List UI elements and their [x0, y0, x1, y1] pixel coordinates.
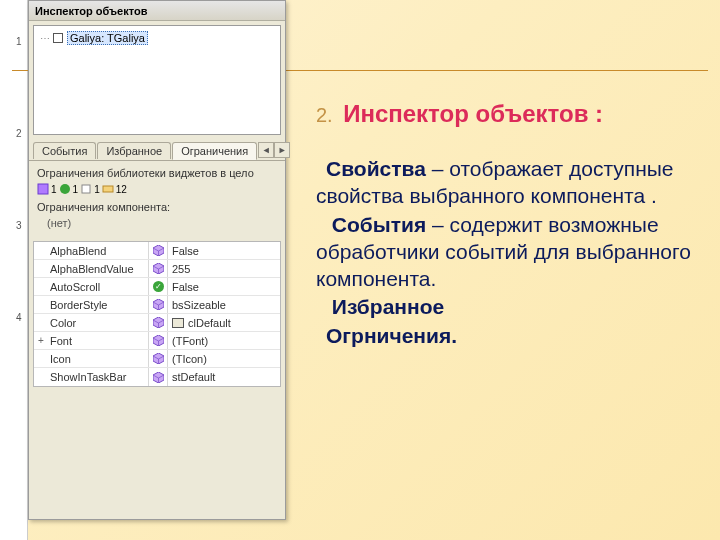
property-row[interactable]: AlphaBlendFalse — [34, 242, 280, 260]
slide-ruler: 1 2 3 4 — [0, 0, 28, 540]
tab-scroll-left-button[interactable]: ◄ — [258, 142, 274, 158]
property-value[interactable]: (TIcon) — [168, 353, 280, 365]
property-value[interactable]: stDefault — [168, 371, 280, 383]
property-grid[interactable]: AlphaBlendFalseAlphaBlendValue255AutoScr… — [33, 241, 281, 387]
property-name: AutoScroll — [48, 281, 148, 293]
cube-icon — [153, 245, 164, 256]
count-icon-3 — [80, 183, 92, 195]
heading-number: 2. — [316, 104, 333, 126]
tab-favorites[interactable]: Избранное — [97, 142, 171, 159]
component-restrictions-label: Ограничения компонента: — [37, 201, 277, 213]
chevron-left-icon: ◄ — [262, 145, 271, 155]
count-icon-2 — [59, 183, 71, 195]
count-icon-1 — [37, 183, 49, 195]
cube-icon — [153, 353, 164, 364]
count-icon-4 — [102, 183, 114, 195]
tab-restrictions[interactable]: Ограничения — [172, 142, 257, 160]
bullet-properties: Свойства – отображает доступные свойства… — [316, 156, 702, 210]
svg-point-1 — [60, 184, 70, 194]
property-row[interactable]: BorderStylebsSizeable — [34, 296, 280, 314]
slide-content: 2. Инспектор объектов : Свойства – отобр… — [316, 100, 702, 352]
property-type-icon — [149, 335, 167, 346]
tab-strip: События Избранное Ограничения ◄ ► — [29, 139, 285, 161]
component-restrictions-none: (нет) — [37, 217, 277, 229]
svg-rect-2 — [82, 185, 90, 193]
expand-toggle[interactable]: + — [34, 335, 48, 346]
property-row[interactable]: +Font(TFont) — [34, 332, 280, 350]
property-name: Font — [48, 335, 148, 347]
cube-icon — [153, 263, 164, 274]
bullet-favorites: Избранное — [316, 294, 702, 321]
tab-scroll-right-button[interactable]: ► — [274, 142, 290, 158]
property-value[interactable]: bsSizeable — [168, 299, 280, 311]
property-value[interactable]: False — [168, 281, 280, 293]
svg-rect-0 — [38, 184, 48, 194]
property-name: Icon — [48, 353, 148, 365]
property-name: AlphaBlend — [48, 245, 148, 257]
slide-heading: 2. Инспектор объектов : — [316, 100, 702, 128]
property-type-icon — [149, 372, 167, 383]
property-value[interactable]: False — [168, 245, 280, 257]
bullet-restrictions: Огрничения. — [316, 323, 702, 350]
restrictions-panel: Ограничения библиотеки виджетов в цело 1… — [29, 161, 285, 235]
property-name: AlphaBlendValue — [48, 263, 148, 275]
property-type-icon — [149, 353, 167, 364]
heading-text: Инспектор объектов : — [343, 100, 603, 127]
chevron-right-icon: ► — [278, 145, 287, 155]
window-title: Инспектор объектов — [35, 5, 147, 17]
property-name: BorderStyle — [48, 299, 148, 311]
property-value[interactable]: clDefault — [168, 317, 280, 329]
svg-rect-3 — [103, 186, 113, 192]
restriction-counts: 1 1 1 12 — [37, 183, 277, 195]
color-swatch-icon — [172, 318, 184, 328]
tab-events[interactable]: События — [33, 142, 96, 159]
tree-item-root[interactable]: ⋯ Galiya: TGaliya — [38, 30, 276, 46]
cube-icon — [153, 299, 164, 310]
property-value[interactable]: (TFont) — [168, 335, 280, 347]
tree-connector-icon: ⋯ — [40, 33, 49, 44]
form-icon — [53, 33, 63, 43]
property-type-icon — [149, 263, 167, 274]
property-row[interactable]: ShowInTaskBarstDefault — [34, 368, 280, 386]
property-value[interactable]: 255 — [168, 263, 280, 275]
tree-item-label: Galiya: TGaliya — [67, 31, 148, 45]
cube-icon — [153, 317, 164, 328]
object-inspector-window: Инспектор объектов ⋯ Galiya: TGaliya Соб… — [28, 0, 286, 520]
property-type-icon — [149, 245, 167, 256]
component-tree[interactable]: ⋯ Galiya: TGaliya — [33, 25, 281, 135]
cube-icon — [153, 335, 164, 346]
bullet-events: События – содержит возможные обработчики… — [316, 212, 702, 293]
library-restrictions-label: Ограничения библиотеки виджетов в цело — [37, 167, 277, 179]
property-name: Color — [48, 317, 148, 329]
window-titlebar[interactable]: Инспектор объектов — [29, 1, 285, 21]
property-type-icon — [149, 317, 167, 328]
property-row[interactable]: AlphaBlendValue255 — [34, 260, 280, 278]
property-row[interactable]: Icon(TIcon) — [34, 350, 280, 368]
property-type-icon — [149, 299, 167, 310]
property-row[interactable]: ColorclDefault — [34, 314, 280, 332]
checkmark-icon: ✓ — [153, 281, 164, 292]
property-type-icon: ✓ — [149, 281, 167, 292]
property-row[interactable]: AutoScroll✓False — [34, 278, 280, 296]
property-name: ShowInTaskBar — [48, 371, 148, 383]
cube-icon — [153, 372, 164, 383]
